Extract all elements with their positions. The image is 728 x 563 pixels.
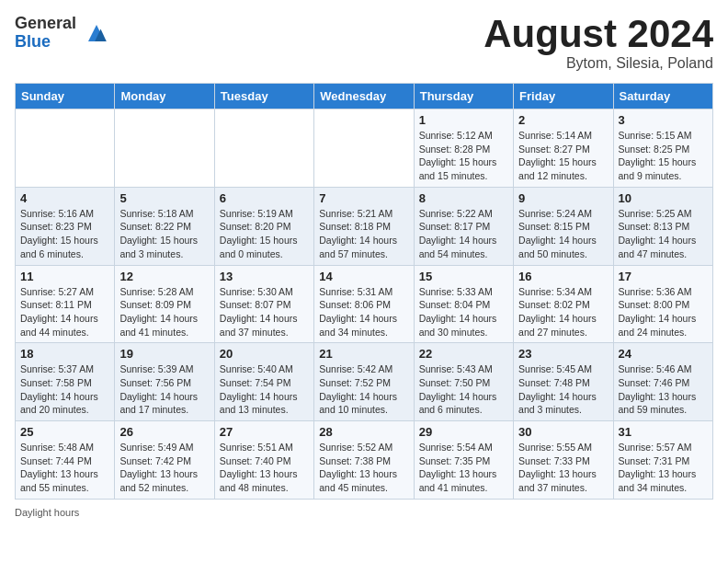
calendar-table: SundayMondayTuesdayWednesdayThursdayFrid… <box>15 83 713 500</box>
day-number: 19 <box>119 347 209 361</box>
calendar-cell: 6Sunrise: 5:19 AMSunset: 8:20 PMDaylight… <box>214 187 313 265</box>
day-info: Sunrise: 5:37 AMSunset: 7:58 PMDaylight:… <box>20 362 109 417</box>
calendar-week-row: 1Sunrise: 5:12 AMSunset: 8:28 PMDaylight… <box>16 109 713 188</box>
day-info: Sunrise: 5:27 AMSunset: 8:11 PMDaylight:… <box>20 285 109 339</box>
calendar-cell <box>314 109 414 188</box>
day-info: Sunrise: 5:48 AMSunset: 7:44 PMDaylight:… <box>20 441 109 495</box>
calendar-cell <box>214 109 313 188</box>
day-info: Sunrise: 5:57 AMSunset: 7:31 PMDaylight:… <box>619 441 708 495</box>
day-info: Sunrise: 5:34 AMSunset: 8:02 PMDaylight:… <box>518 285 608 339</box>
logo-blue-text: Blue <box>15 32 51 51</box>
day-info: Sunrise: 5:28 AMSunset: 8:09 PMDaylight:… <box>119 285 209 339</box>
calendar-week-row: 11Sunrise: 5:27 AMSunset: 8:11 PMDayligh… <box>16 265 713 343</box>
calendar-cell: 20Sunrise: 5:40 AMSunset: 7:54 PMDayligh… <box>214 343 313 421</box>
daylight-label: Daylight hours <box>15 507 79 518</box>
day-number: 17 <box>619 270 708 283</box>
day-number: 29 <box>419 425 508 439</box>
calendar-cell: 5Sunrise: 5:18 AMSunset: 8:22 PMDaylight… <box>115 187 214 265</box>
calendar-cell: 19Sunrise: 5:39 AMSunset: 7:56 PMDayligh… <box>115 343 214 421</box>
day-number: 25 <box>20 425 109 439</box>
calendar-cell: 13Sunrise: 5:30 AMSunset: 8:07 PMDayligh… <box>214 265 313 343</box>
day-info: Sunrise: 5:43 AMSunset: 7:50 PMDaylight:… <box>419 362 508 417</box>
day-number: 20 <box>220 347 309 361</box>
calendar-cell: 3Sunrise: 5:15 AMSunset: 8:25 PMDaylight… <box>613 109 712 188</box>
calendar-week-row: 18Sunrise: 5:37 AMSunset: 7:58 PMDayligh… <box>16 343 713 421</box>
calendar-cell <box>115 109 214 188</box>
day-number: 14 <box>319 270 408 283</box>
day-info: Sunrise: 5:31 AMSunset: 8:06 PMDaylight:… <box>319 285 408 339</box>
day-number: 21 <box>319 347 408 361</box>
calendar-cell: 28Sunrise: 5:52 AMSunset: 7:38 PMDayligh… <box>314 421 414 500</box>
day-number: 15 <box>419 270 508 283</box>
day-number: 3 <box>619 113 708 127</box>
calendar-cell: 27Sunrise: 5:51 AMSunset: 7:40 PMDayligh… <box>214 421 313 500</box>
day-number: 6 <box>220 191 309 205</box>
day-number: 13 <box>220 270 309 283</box>
day-number: 8 <box>419 191 508 205</box>
day-info: Sunrise: 5:36 AMSunset: 8:00 PMDaylight:… <box>619 285 708 339</box>
day-info: Sunrise: 5:30 AMSunset: 8:07 PMDaylight:… <box>220 285 309 339</box>
calendar-cell: 14Sunrise: 5:31 AMSunset: 8:06 PMDayligh… <box>314 265 414 343</box>
day-number: 26 <box>119 425 209 439</box>
calendar-cell: 10Sunrise: 5:25 AMSunset: 8:13 PMDayligh… <box>613 187 712 265</box>
calendar-header-row: SundayMondayTuesdayWednesdayThursdayFrid… <box>16 84 713 109</box>
calendar-cell: 11Sunrise: 5:27 AMSunset: 8:11 PMDayligh… <box>16 265 115 343</box>
day-info: Sunrise: 5:15 AMSunset: 8:25 PMDaylight:… <box>619 129 708 183</box>
location-title: Bytom, Silesia, Poland <box>483 55 713 72</box>
calendar-cell: 23Sunrise: 5:45 AMSunset: 7:48 PMDayligh… <box>514 343 613 421</box>
day-info: Sunrise: 5:33 AMSunset: 8:04 PMDaylight:… <box>419 285 508 339</box>
day-info: Sunrise: 5:45 AMSunset: 7:48 PMDaylight:… <box>518 362 608 417</box>
calendar-cell <box>16 109 115 188</box>
day-number: 18 <box>20 347 109 361</box>
calendar-cell: 30Sunrise: 5:55 AMSunset: 7:33 PMDayligh… <box>514 421 613 500</box>
day-number: 31 <box>619 425 708 439</box>
calendar-week-row: 4Sunrise: 5:16 AMSunset: 8:23 PMDaylight… <box>16 187 713 265</box>
day-info: Sunrise: 5:19 AMSunset: 8:20 PMDaylight:… <box>220 207 309 261</box>
day-info: Sunrise: 5:16 AMSunset: 8:23 PMDaylight:… <box>20 207 109 261</box>
logo: General Blue <box>15 15 113 52</box>
calendar-cell: 4Sunrise: 5:16 AMSunset: 8:23 PMDaylight… <box>16 187 115 265</box>
day-info: Sunrise: 5:55 AMSunset: 7:33 PMDaylight:… <box>518 441 608 495</box>
day-info: Sunrise: 5:22 AMSunset: 8:17 PMDaylight:… <box>419 207 508 261</box>
calendar-cell: 1Sunrise: 5:12 AMSunset: 8:28 PMDaylight… <box>414 109 513 188</box>
calendar-cell: 29Sunrise: 5:54 AMSunset: 7:35 PMDayligh… <box>414 421 513 500</box>
calendar-header-friday: Friday <box>514 84 613 109</box>
calendar-cell: 2Sunrise: 5:14 AMSunset: 8:27 PMDaylight… <box>514 109 613 188</box>
calendar-cell: 7Sunrise: 5:21 AMSunset: 8:18 PMDaylight… <box>314 187 414 265</box>
day-number: 12 <box>119 270 209 283</box>
day-number: 9 <box>518 191 608 205</box>
calendar-header-thursday: Thursday <box>414 84 513 109</box>
day-info: Sunrise: 5:21 AMSunset: 8:18 PMDaylight:… <box>319 207 408 261</box>
day-number: 16 <box>518 270 608 283</box>
day-number: 27 <box>220 425 309 439</box>
day-info: Sunrise: 5:54 AMSunset: 7:35 PMDaylight:… <box>419 441 508 495</box>
calendar-cell: 31Sunrise: 5:57 AMSunset: 7:31 PMDayligh… <box>613 421 712 500</box>
day-info: Sunrise: 5:52 AMSunset: 7:38 PMDaylight:… <box>319 441 408 495</box>
calendar-cell: 22Sunrise: 5:43 AMSunset: 7:50 PMDayligh… <box>414 343 513 421</box>
calendar-cell: 21Sunrise: 5:42 AMSunset: 7:52 PMDayligh… <box>314 343 414 421</box>
day-info: Sunrise: 5:18 AMSunset: 8:22 PMDaylight:… <box>119 207 209 261</box>
month-title: August 2024 <box>483 15 713 53</box>
day-info: Sunrise: 5:39 AMSunset: 7:56 PMDaylight:… <box>119 362 209 417</box>
day-info: Sunrise: 5:46 AMSunset: 7:46 PMDaylight:… <box>619 362 708 417</box>
day-number: 1 <box>419 113 508 127</box>
day-info: Sunrise: 5:49 AMSunset: 7:42 PMDaylight:… <box>119 441 209 495</box>
calendar-cell: 24Sunrise: 5:46 AMSunset: 7:46 PMDayligh… <box>613 343 712 421</box>
day-info: Sunrise: 5:51 AMSunset: 7:40 PMDaylight:… <box>220 441 309 495</box>
calendar-cell: 12Sunrise: 5:28 AMSunset: 8:09 PMDayligh… <box>115 265 214 343</box>
day-number: 10 <box>619 191 708 205</box>
calendar-week-row: 25Sunrise: 5:48 AMSunset: 7:44 PMDayligh… <box>16 421 713 500</box>
day-info: Sunrise: 5:14 AMSunset: 8:27 PMDaylight:… <box>518 129 608 183</box>
day-info: Sunrise: 5:25 AMSunset: 8:13 PMDaylight:… <box>619 207 708 261</box>
title-block: August 2024 Bytom, Silesia, Poland <box>483 15 713 72</box>
day-number: 23 <box>518 347 608 361</box>
calendar-cell: 9Sunrise: 5:24 AMSunset: 8:15 PMDaylight… <box>514 187 613 265</box>
calendar-header-sunday: Sunday <box>16 84 115 109</box>
day-number: 22 <box>419 347 508 361</box>
day-number: 11 <box>20 270 109 283</box>
calendar-header-tuesday: Tuesday <box>214 84 313 109</box>
day-info: Sunrise: 5:40 AMSunset: 7:54 PMDaylight:… <box>220 362 309 417</box>
calendar-header-monday: Monday <box>115 84 214 109</box>
day-info: Sunrise: 5:24 AMSunset: 8:15 PMDaylight:… <box>518 207 608 261</box>
calendar-cell: 17Sunrise: 5:36 AMSunset: 8:00 PMDayligh… <box>613 265 712 343</box>
